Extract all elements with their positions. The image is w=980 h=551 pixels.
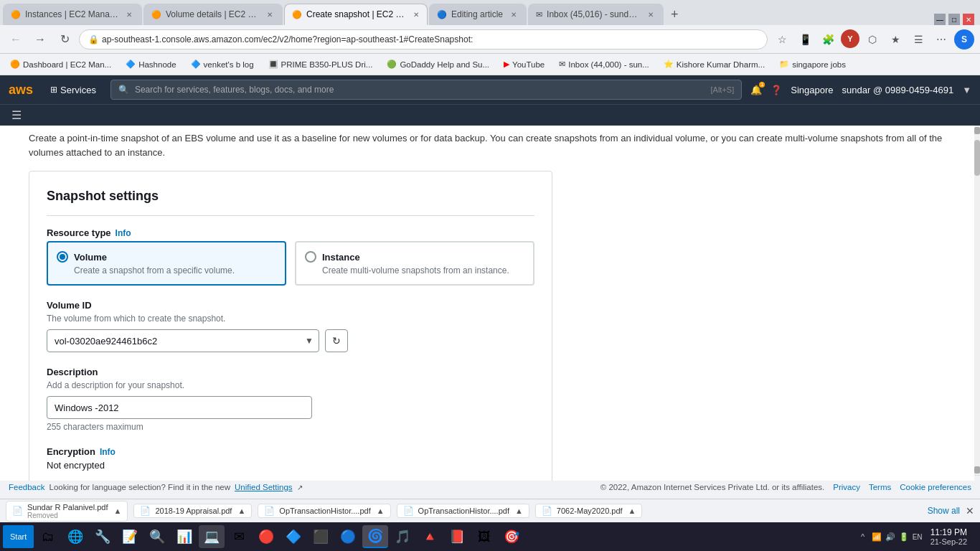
taskbar-app-excel[interactable]: 📊 [171, 525, 197, 548]
description-input[interactable] [47, 396, 312, 419]
minimize-button[interactable]: — [934, 14, 946, 25]
privacy-link[interactable]: Privacy [833, 483, 860, 491]
notification-bell[interactable]: 🔔 1 [750, 85, 762, 95]
tab-ec2-instances[interactable]: 🟠 Instances | EC2 Management Con... ✕ [3, 4, 142, 25]
download-arrow-0[interactable]: ▲ [114, 507, 122, 515]
taskbar-app-git[interactable]: 🔴 [253, 525, 279, 548]
scroll-thumb[interactable] [974, 140, 980, 176]
bookmark-kishore[interactable]: ⭐ Kishore Kumar Dharm... [659, 58, 769, 70]
taskbar-app-tools[interactable]: 🔧 [90, 525, 116, 548]
settings-icon[interactable]: ⋯ [931, 29, 951, 50]
bookmark-icon: ▶ [504, 60, 509, 69]
tray-battery[interactable]: 🔋 [898, 531, 910, 542]
bookmark-venket[interactable]: 🔷 venket's b log [187, 58, 258, 70]
taskbar-app-word[interactable]: 📝 [117, 525, 143, 548]
taskbar-app-outlook[interactable]: ✉ [226, 525, 252, 548]
download-arrow-4[interactable]: ▲ [628, 507, 636, 515]
instance-option[interactable]: Instance Create multi-volume snapshots f… [295, 241, 534, 286]
taskbar-app-db[interactable]: 🔷 [281, 525, 306, 548]
taskbar-app-music[interactable]: 🎵 [390, 525, 415, 548]
encryption-info-link[interactable]: Info [100, 447, 116, 457]
profile-button[interactable]: S [954, 29, 974, 50]
clock[interactable]: 11:19 PM 21-Sep-22 [926, 526, 971, 547]
unified-settings-link[interactable]: Unified Settings [235, 483, 293, 491]
bookmark-gmail[interactable]: ✉ Inbox (44,000) - sun... [555, 58, 654, 70]
account-menu[interactable]: sundar @ 0989-0459-4691 [842, 85, 954, 95]
terms-link[interactable]: Terms [869, 483, 891, 491]
start-button[interactable]: Start [3, 525, 34, 548]
tab-editing-article[interactable]: 🔵 Editing article ✕ [429, 4, 527, 25]
back-button[interactable]: ← [6, 29, 26, 50]
download-arrow-2[interactable]: ▲ [377, 507, 385, 515]
taskbar-app-extra[interactable]: 🎯 [499, 525, 524, 548]
services-button[interactable]: ⊞ Services [44, 82, 102, 98]
tray-language[interactable]: EN [912, 531, 923, 542]
taskbar-app-docker[interactable]: 🔵 [335, 525, 361, 548]
tab-create-snapshot[interactable]: 🟠 Create snapshot | EC2 Manageme... ✕ [284, 4, 428, 25]
taskbar-app-pdf[interactable]: 📕 [444, 525, 470, 548]
expand-icon[interactable]: ▼ [962, 85, 971, 95]
maximize-button[interactable]: □ [948, 14, 960, 25]
lock-icon: 🔒 [88, 34, 99, 44]
taskbar-app-search[interactable]: 🔍 [144, 525, 170, 548]
bookmark-prime[interactable]: 🔳 PRIME B350-PLUS Dri... [264, 58, 377, 70]
cookie-link[interactable]: Cookie preferences [900, 483, 971, 491]
tab-gmail[interactable]: ✉ Inbox (45,016) - sundargac@gm... ✕ [528, 4, 664, 25]
taskbar-app-files[interactable]: 🗂 [35, 525, 61, 548]
screenshare-icon[interactable]: 📱 [795, 29, 815, 50]
search-input[interactable] [135, 85, 705, 95]
notification-badge-count: 1 [759, 82, 765, 88]
bookmark-youtube[interactable]: ▶ YouTube [499, 58, 549, 70]
volume-id-row: vol-03020ae924461b6c2 ▼ ↻ [47, 329, 534, 352]
bookmark-hashnode[interactable]: 🔷 Hashnode [121, 58, 180, 70]
tab-close-button[interactable]: ✕ [509, 9, 519, 19]
taskbar-app-browser[interactable]: 🌀 [362, 525, 388, 548]
volume-option[interactable]: Volume Create a snapshot from a specific… [47, 241, 286, 286]
help-icon[interactable]: ❓ [771, 85, 782, 95]
taskbar-app-ie[interactable]: 🌐 [62, 525, 88, 548]
edge-icon[interactable]: ⬡ [862, 29, 882, 50]
forward-button[interactable]: → [30, 29, 50, 50]
tab-volume-details[interactable]: 🟠 Volume details | EC2 Management... ✕ [143, 4, 283, 25]
show-all-button[interactable]: Show all [928, 506, 960, 516]
bookmark-ec2[interactable]: 🟠 Dashboard | EC2 Man... [6, 58, 116, 70]
taskbar-app-photos[interactable]: 🖼 [471, 525, 497, 548]
refresh-volume-button[interactable]: ↻ [325, 329, 348, 352]
tab-close-button[interactable]: ✕ [265, 9, 275, 19]
taskbar-app-terminal[interactable]: ⬛ [308, 525, 334, 548]
tray-icon-1[interactable]: ^ [857, 531, 869, 542]
bookmark-singapore[interactable]: 📁 singapore jobs [775, 58, 850, 70]
tray-volume[interactable]: 🔊 [885, 531, 896, 542]
instance-radio[interactable] [305, 251, 316, 263]
download-name: OpTransactionHistor....pdf [418, 507, 509, 515]
volume-id-select[interactable]: vol-03020ae924461b6c2 [47, 329, 319, 352]
close-download-bar[interactable]: ✕ [966, 505, 974, 517]
tray-network[interactable]: 📶 [871, 531, 882, 542]
url-bar[interactable]: 🔒 ap-southeast-1.console.aws.amazon.com/… [79, 29, 768, 50]
tab-close-button[interactable]: ✕ [646, 9, 656, 19]
refresh-button[interactable]: ↻ [55, 29, 75, 50]
tab-close-button[interactable]: ✕ [124, 9, 134, 19]
volume-radio[interactable] [57, 251, 68, 263]
hamburger-menu[interactable]: ☰ [11, 108, 22, 122]
download-item-0: 📄 Sundar R Palanivel.pdf Removed ▲ [6, 501, 128, 522]
bookmark-star[interactable]: ☆ [772, 29, 792, 50]
browser-tabs: 🟠 Instances | EC2 Management Con... ✕ 🟠 … [0, 0, 980, 25]
region-selector[interactable]: Singapore [791, 85, 833, 95]
taskbar-app-vlc[interactable]: 🔺 [417, 525, 443, 548]
extensions-icon[interactable]: 🧩 [818, 29, 838, 50]
feedback-link[interactable]: Feedback [9, 483, 45, 491]
tab-close-button[interactable]: ✕ [413, 9, 420, 19]
new-tab-button[interactable]: + [665, 4, 684, 25]
collections-icon[interactable]: ☰ [908, 29, 928, 50]
bookmark-icon: ⭐ [664, 60, 674, 69]
resource-type-info[interactable]: Info [116, 228, 131, 238]
download-arrow-1[interactable]: ▲ [237, 507, 245, 515]
bookmark-icon: 🟠 [10, 60, 20, 69]
close-button[interactable]: ✕ [963, 14, 974, 25]
bookmark-godaddy[interactable]: 🟢 GoDaddy Help and Su... [382, 58, 494, 70]
profile-yam[interactable]: Y [841, 29, 859, 48]
taskbar-app-vs[interactable]: 💻 [199, 525, 225, 548]
download-arrow-3[interactable]: ▲ [515, 507, 523, 515]
favorites-icon[interactable]: ★ [885, 29, 905, 50]
